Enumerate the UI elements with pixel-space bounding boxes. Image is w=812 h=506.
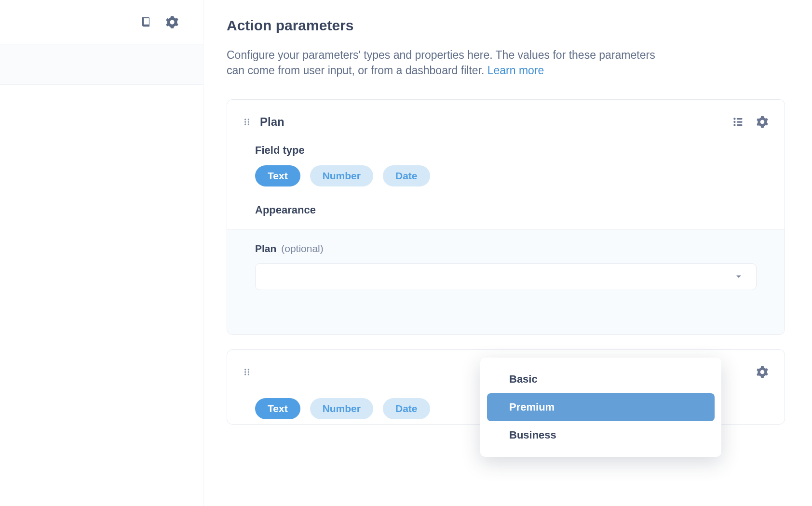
learn-more-link[interactable]: Learn more <box>487 64 544 77</box>
svg-point-4 <box>244 124 246 125</box>
plan-select[interactable] <box>255 263 757 290</box>
svg-point-0 <box>244 119 246 120</box>
list-icon[interactable] <box>731 114 746 130</box>
svg-point-6 <box>733 118 735 120</box>
svg-point-15 <box>248 372 249 373</box>
svg-point-5 <box>248 124 249 125</box>
svg-point-14 <box>244 372 246 373</box>
card-header-actions <box>731 114 770 130</box>
card-header-actions <box>755 364 770 380</box>
card-body: Field type Text Number Date Appearance <box>227 130 785 229</box>
sidebar <box>0 0 203 506</box>
drag-handle-icon[interactable] <box>242 367 252 377</box>
page-title: Action parameters <box>227 17 785 34</box>
gear-icon[interactable] <box>755 364 770 380</box>
field-type-number[interactable]: Number <box>310 165 373 186</box>
svg-rect-7 <box>737 118 743 120</box>
svg-point-16 <box>244 374 246 375</box>
svg-point-1 <box>248 119 249 120</box>
sidebar-toolbar <box>0 0 203 44</box>
footer-field-label: Plan (optional) <box>255 243 757 254</box>
svg-point-17 <box>248 374 249 375</box>
field-type-date[interactable]: Date <box>383 398 430 419</box>
svg-point-10 <box>733 124 735 126</box>
dropdown-option-business[interactable]: Business <box>487 421 715 449</box>
book-icon[interactable] <box>138 14 154 30</box>
field-type-text[interactable]: Text <box>255 165 300 186</box>
parameter-card-plan: Plan Field type Text Number Date A <box>227 99 785 335</box>
svg-point-12 <box>244 369 246 371</box>
svg-point-8 <box>733 121 735 123</box>
page-description-text: Configure your parameters' types and pro… <box>227 49 655 77</box>
svg-point-13 <box>248 369 249 371</box>
main-content: Action parameters Configure your paramet… <box>203 0 812 506</box>
field-type-options: Text Number Date <box>255 165 757 186</box>
dropdown-option-basic[interactable]: Basic <box>487 365 715 393</box>
card-footer: Plan (optional) <box>227 229 785 334</box>
appearance-label: Appearance <box>255 204 757 216</box>
card-title: Plan <box>260 115 723 129</box>
gear-icon[interactable] <box>755 114 770 130</box>
field-type-date[interactable]: Date <box>383 165 430 186</box>
field-type-number[interactable]: Number <box>310 398 373 419</box>
field-type-label: Field type <box>255 144 757 157</box>
plan-dropdown: Basic Premium Business <box>480 358 721 457</box>
sidebar-band <box>0 44 203 85</box>
svg-rect-9 <box>737 121 743 123</box>
dropdown-option-premium[interactable]: Premium <box>487 393 715 421</box>
drag-handle-icon[interactable] <box>242 117 252 127</box>
gear-icon[interactable] <box>164 14 180 30</box>
field-type-text[interactable]: Text <box>255 398 300 419</box>
footer-field-name: Plan <box>255 243 276 254</box>
svg-point-2 <box>244 121 246 123</box>
svg-point-3 <box>248 121 249 123</box>
footer-field-optional: (optional) <box>281 243 324 254</box>
page-description: Configure your parameters' types and pro… <box>227 47 670 78</box>
card-header: Plan <box>227 100 785 130</box>
chevron-down-icon <box>734 272 744 281</box>
svg-rect-11 <box>737 124 743 126</box>
